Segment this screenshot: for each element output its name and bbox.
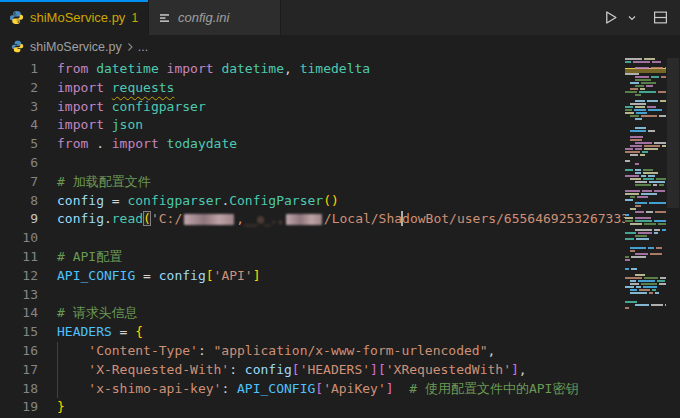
editor-actions	[600, 0, 680, 35]
code-text: import json	[57, 116, 143, 135]
code-line[interactable]: 19}	[0, 398, 625, 417]
chevron-right-icon	[125, 42, 135, 52]
code-line[interactable]: 5from . import todaydate	[0, 135, 625, 154]
tab-config-ini[interactable]: config.ini	[148, 0, 281, 35]
minimap-content	[625, 58, 666, 309]
tab-warning-badge: 1	[131, 11, 138, 25]
code-text: # 加载配置文件	[57, 173, 151, 192]
python-icon	[9, 10, 24, 25]
code-line[interactable]: 2import requests	[0, 79, 625, 98]
line-number: 6	[0, 154, 38, 173]
code-line[interactable]: 12API_CONFIG = config['API']	[0, 267, 625, 286]
line-number: 2	[0, 79, 38, 98]
line-number: 11	[0, 248, 38, 267]
line-number: 16	[0, 342, 38, 361]
line-number: 19	[0, 398, 38, 417]
scrollbar-slider[interactable]	[667, 58, 679, 208]
line-number: 3	[0, 98, 38, 117]
line-number: 14	[0, 304, 38, 323]
code-line[interactable]: 16 'Content-Type': "application/x-www-fo…	[0, 342, 625, 361]
code-line[interactable]: 10	[0, 229, 625, 248]
code-line[interactable]: 3import configparser	[0, 98, 625, 117]
line-number: 12	[0, 267, 38, 286]
tab-shimoservice-py[interactable]: shiMoService.py 1	[0, 0, 148, 35]
breadcrumb: shiMoService.py ...	[0, 35, 680, 58]
code-line[interactable]: 13	[0, 286, 625, 305]
code-text: from . import todaydate	[57, 135, 237, 154]
code-line[interactable]: 15HEADERS = {	[0, 323, 625, 342]
code-text: HEADERS = {	[57, 323, 143, 342]
code-text: 'X-Requested-With': config['HEADERS']['X…	[57, 361, 527, 380]
code-editor[interactable]: 1from datetime import datetime, timedelt…	[0, 58, 680, 418]
config-list-icon	[158, 11, 172, 25]
tab-label: config.ini	[178, 10, 229, 25]
line-number: 8	[0, 192, 38, 211]
code-text: }	[57, 398, 65, 417]
run-dropdown-chevron-icon[interactable]	[625, 11, 639, 25]
code-text: import requests	[57, 79, 174, 98]
vertical-scrollbar[interactable]	[666, 58, 680, 418]
run-python-file-button[interactable]	[600, 7, 621, 28]
line-number: 13	[0, 286, 38, 305]
line-number: 10	[0, 229, 38, 248]
line-number: 15	[0, 323, 38, 342]
code-text: from datetime import datetime, timedelta	[57, 60, 370, 79]
code-lines: 1from datetime import datetime, timedelt…	[0, 60, 625, 417]
code-text: 'Content-Type': "application/x-www-form-…	[57, 342, 495, 361]
line-number: 17	[0, 361, 38, 380]
code-line[interactable]: 11# API配置	[0, 248, 625, 267]
code-line[interactable]: 17 'X-Requested-With': config['HEADERS']…	[0, 361, 625, 380]
breadcrumb-ellipsis[interactable]: ...	[138, 40, 148, 54]
code-line[interactable]: 14# 请求头信息	[0, 304, 625, 323]
code-line[interactable]: 8config = configparser.ConfigParser()	[0, 192, 625, 211]
line-number: 9	[0, 210, 38, 229]
code-line[interactable]: 18 'x-shimo-api-key': API_CONFIG['ApiKey…	[0, 380, 625, 399]
python-icon	[11, 40, 24, 53]
tab-bar-empty-space	[281, 0, 600, 35]
code-line[interactable]: 9config.read('C:/,__o_.,/Local/ShadowBot…	[0, 210, 625, 229]
code-line[interactable]: 7# 加载配置文件	[0, 173, 625, 192]
code-text: config = configparser.ConfigParser()	[57, 192, 339, 211]
code-text: API_CONFIG = config['API']	[57, 267, 261, 286]
line-number: 4	[0, 116, 38, 135]
code-line[interactable]: 6	[0, 154, 625, 173]
vscode-editor-window: shiMoService.py 1 config.ini	[0, 0, 680, 418]
minimap[interactable]	[625, 58, 666, 418]
line-number: 5	[0, 135, 38, 154]
code-line[interactable]: 1from datetime import datetime, timedelt…	[0, 60, 625, 79]
editor-tab-bar: shiMoService.py 1 config.ini	[0, 0, 680, 35]
split-editor-button[interactable]	[651, 8, 670, 27]
code-text: config.read('C:/,__o_.,/Local/ShadowBot/…	[57, 210, 625, 229]
line-number: 1	[0, 60, 38, 79]
breadcrumb-file[interactable]: shiMoService.py	[30, 40, 122, 54]
code-line[interactable]: 4import json	[0, 116, 625, 135]
code-text: import configparser	[57, 98, 206, 117]
code-text: # API配置	[57, 248, 122, 267]
code-text: # 请求头信息	[57, 304, 138, 323]
code-text: 'x-shimo-api-key': API_CONFIG['ApiKey'] …	[57, 380, 578, 399]
line-number: 7	[0, 173, 38, 192]
line-number: 18	[0, 380, 38, 399]
tab-label: shiMoService.py	[30, 10, 125, 25]
